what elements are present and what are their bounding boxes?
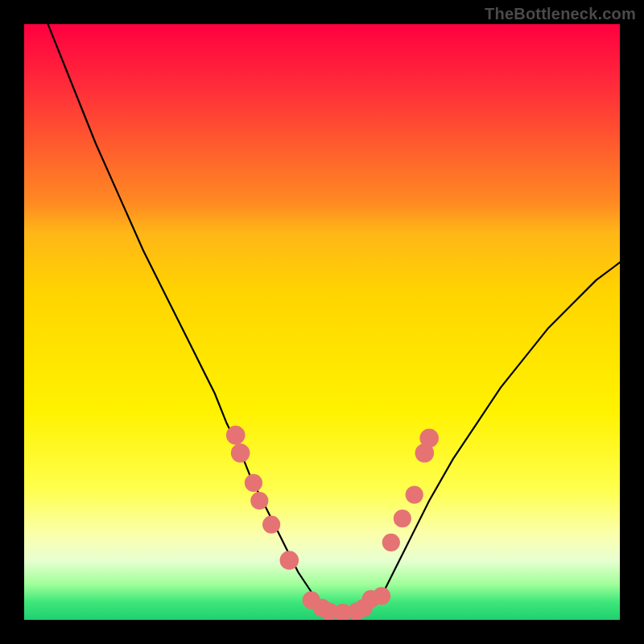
chart-curve [48, 24, 620, 614]
chart-marker [245, 474, 262, 492]
chart-marker [406, 486, 423, 504]
chart-marker [394, 510, 411, 527]
chart-marker [231, 444, 250, 463]
chart-marker [373, 587, 390, 605]
chart-marker [419, 429, 439, 448]
plot-area [24, 24, 620, 620]
chart-marker [382, 534, 400, 551]
chart-marker [250, 492, 268, 510]
chart-markers [226, 426, 439, 620]
chart-marker [280, 551, 299, 570]
chart-frame: TheBottleneck.com [0, 0, 644, 644]
chart-marker [226, 426, 246, 445]
watermark-text: TheBottleneck.com [485, 5, 636, 23]
chart-marker [262, 516, 280, 534]
chart-svg [24, 24, 620, 620]
